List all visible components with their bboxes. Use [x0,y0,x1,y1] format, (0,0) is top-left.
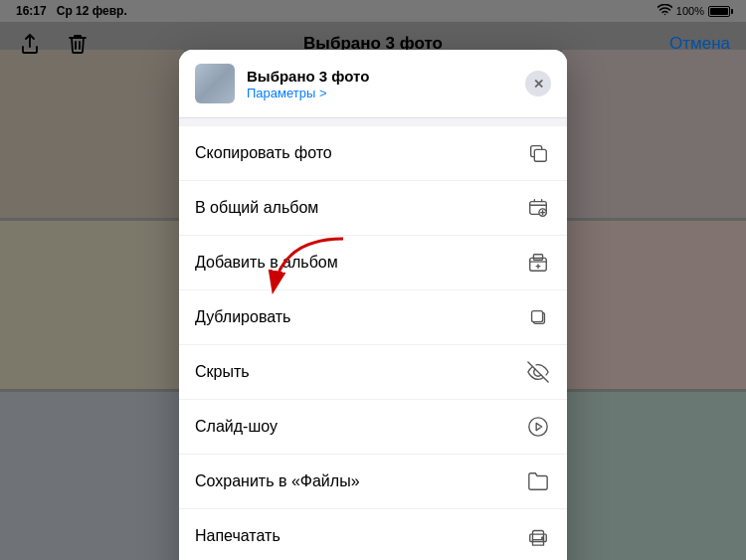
slideshow-label: Слайд-шоу [195,418,278,436]
sheet-header: Выбрано 3 фото Параметры > ✕ [179,50,567,118]
duplicate-label: Дублировать [195,308,290,326]
menu-item-duplicate[interactable]: Дублировать [179,290,567,345]
svg-marker-8 [536,423,542,430]
add-album-label: Добавить в альбом [195,254,338,272]
print-label: Напечатать [195,527,280,545]
action-sheet: Выбрано 3 фото Параметры > ✕ Скопировать… [179,50,567,560]
print-icon [525,523,551,549]
sheet-close-button[interactable]: ✕ [525,71,551,96]
duplicate-icon [525,304,551,330]
svg-rect-9 [533,540,544,546]
svg-rect-4 [533,255,542,261]
hide-label: Скрыть [195,363,250,381]
svg-rect-0 [534,149,546,161]
copy-label: Скопировать фото [195,144,332,162]
add-album-icon [525,250,551,276]
menu-item-save-files[interactable]: Сохранить в «Файлы» [179,455,567,509]
shared-album-icon [525,195,551,221]
menu-item-shared-album[interactable]: В общий альбом [179,181,567,236]
menu-item-hide[interactable]: Скрыть [179,345,567,400]
selected-photos-thumb [195,64,235,103]
svg-point-11 [542,537,544,539]
menu-item-copy[interactable]: Скопировать фото [179,126,567,181]
save-files-icon [525,468,551,494]
sheet-header-text: Выбрано 3 фото Параметры > [247,68,513,100]
menu-item-print[interactable]: Напечатать [179,509,567,560]
copy-icon [525,140,551,166]
save-files-label: Сохранить в «Файлы» [195,472,360,490]
hide-icon [525,359,551,385]
menu-item-slideshow[interactable]: Слайд-шоу [179,400,567,455]
svg-point-7 [529,418,547,436]
thumb-inner [195,64,235,103]
menu-item-add-album[interactable]: Добавить в альбом [179,236,567,290]
menu-list: Скопировать фото В общий альбом Добавить… [179,126,567,560]
shared-album-label: В общий альбом [195,199,318,217]
svg-rect-6 [532,311,543,322]
parameters-link[interactable]: Параметры > [247,86,513,100]
sheet-title: Выбрано 3 фото [247,68,513,85]
slideshow-icon [525,414,551,440]
